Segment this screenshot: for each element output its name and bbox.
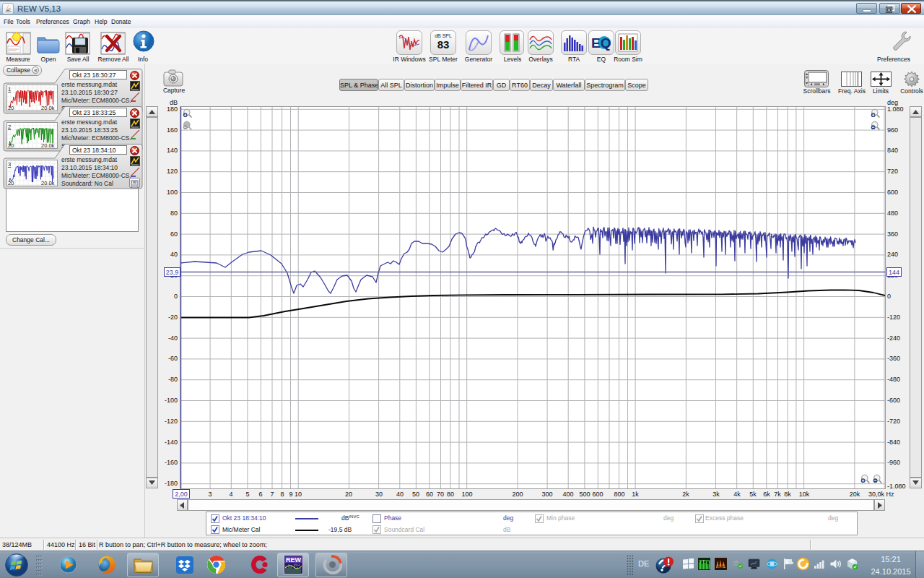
svg-text:RME: RME <box>717 566 725 570</box>
svg-text:20: 20 <box>8 180 14 186</box>
svg-text:3: 3 <box>8 161 11 168</box>
svg-text:EQ: EQ <box>591 35 611 51</box>
svg-text:20.0k: 20.0k <box>41 180 55 186</box>
svg-text:2: 2 <box>8 124 11 130</box>
svg-text:V5.1: V5.1 <box>294 563 300 566</box>
svg-text:1: 1 <box>8 86 11 92</box>
